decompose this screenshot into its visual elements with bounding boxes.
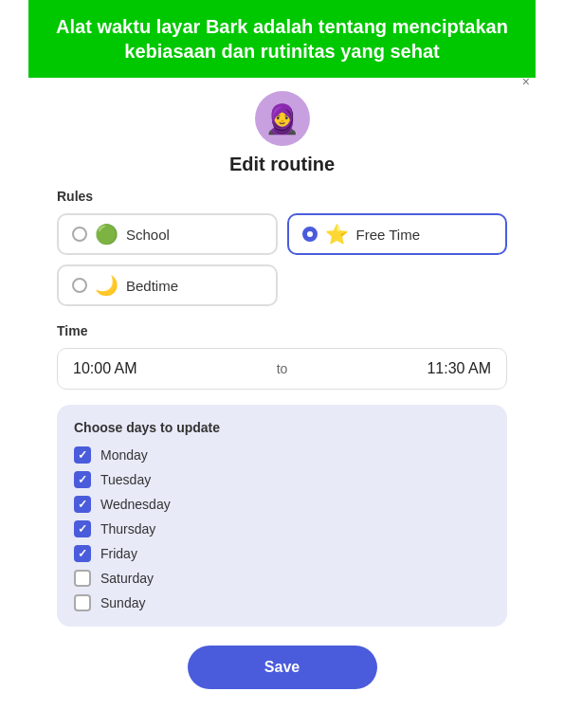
checkbox-saturday[interactable] xyxy=(74,570,91,587)
day-tuesday[interactable]: ✓ Tuesday xyxy=(74,471,490,488)
school-icon: 🟢 xyxy=(95,225,118,244)
time-separator: to xyxy=(145,361,420,376)
avatar-emoji: 🧕 xyxy=(264,102,300,136)
checkbox-monday[interactable]: ✓ xyxy=(74,446,91,464)
day-label-monday: Monday xyxy=(100,447,148,463)
time-section: Time 10:00 AM to 11:30 AM xyxy=(57,323,507,390)
rule-option-freetime[interactable]: ⭐ Free Time xyxy=(287,213,508,255)
rules-grid: 🟢 School ⭐ Free Time xyxy=(57,213,507,255)
time-from: 10:00 AM xyxy=(73,360,137,377)
checkbox-friday[interactable]: ✓ xyxy=(74,545,91,562)
day-thursday[interactable]: ✓ Thursday xyxy=(74,520,490,537)
banner-close-icon[interactable]: × xyxy=(522,74,530,89)
bedtime-label: Bedtime xyxy=(126,278,178,294)
day-label-tuesday: Tuesday xyxy=(100,472,151,487)
freetime-icon: ⭐ xyxy=(325,225,349,244)
time-to: 11:30 AM xyxy=(427,360,491,377)
avatar: 🧕 xyxy=(255,91,310,146)
freetime-label: Free Time xyxy=(356,227,421,243)
save-button[interactable]: Save xyxy=(188,646,377,689)
day-label-saturday: Saturday xyxy=(100,571,154,586)
time-label: Time xyxy=(57,323,507,338)
day-sunday[interactable]: Sunday xyxy=(74,594,490,611)
radio-freetime xyxy=(302,227,318,242)
day-label-friday: Friday xyxy=(100,546,137,561)
checkbox-thursday[interactable]: ✓ xyxy=(74,520,91,537)
days-title: Choose days to update xyxy=(74,420,490,435)
day-wednesday[interactable]: ✓ Wednesday xyxy=(74,496,490,513)
content-area: Rules 🟢 School ⭐ Free Time 🌙 Bedtime Tim… xyxy=(0,189,564,627)
checkbox-tuesday[interactable]: ✓ xyxy=(74,471,91,488)
radio-bedtime xyxy=(72,278,87,293)
page-title: Edit routine xyxy=(0,154,564,175)
checkbox-sunday[interactable] xyxy=(74,594,91,611)
banner-text: Alat waktu layar Bark adalah tentang men… xyxy=(46,14,518,64)
bedtime-icon: 🌙 xyxy=(95,276,118,295)
school-label: School xyxy=(126,227,170,243)
radio-school xyxy=(72,227,87,242)
time-row[interactable]: 10:00 AM to 11:30 AM xyxy=(57,348,507,390)
rule-option-school[interactable]: 🟢 School xyxy=(57,213,278,255)
avatar-area: 🧕 xyxy=(0,91,564,146)
day-monday[interactable]: ✓ Monday xyxy=(74,446,490,464)
day-saturday[interactable]: Saturday xyxy=(74,570,490,587)
day-label-sunday: Sunday xyxy=(100,595,145,610)
day-label-thursday: Thursday xyxy=(100,521,155,537)
day-label-wednesday: Wednesday xyxy=(100,497,171,512)
rules-label: Rules xyxy=(57,189,507,204)
rule-option-bedtime[interactable]: 🌙 Bedtime xyxy=(57,264,278,306)
days-section: Choose days to update ✓ Monday ✓ Tuesday… xyxy=(57,405,507,627)
day-friday[interactable]: ✓ Friday xyxy=(74,545,490,562)
checkbox-wednesday[interactable]: ✓ xyxy=(74,496,91,513)
top-banner: Alat waktu layar Bark adalah tentang men… xyxy=(28,0,536,78)
